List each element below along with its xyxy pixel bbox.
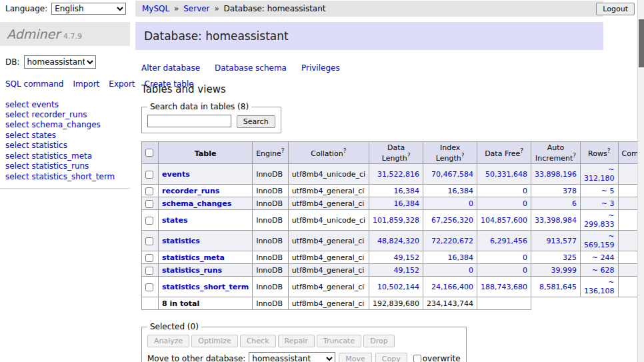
index-length-link[interactable]: 16,384 — [448, 187, 474, 195]
search-legend: Search data in tables (8) — [147, 102, 251, 111]
auto-increment-link[interactable]: 378 — [563, 187, 577, 195]
selected-action-button[interactable]: Check — [240, 335, 276, 347]
total-engine: InnoDB — [253, 297, 288, 310]
sidebar-action-link[interactable]: SQL command — [5, 79, 63, 89]
data-length-link[interactable]: 48,824,320 — [377, 237, 419, 245]
table-name-link[interactable]: statistics_meta — [162, 253, 225, 262]
row-checkbox[interactable] — [145, 283, 153, 291]
breadcrumb-mysql-link[interactable]: MySQL — [142, 4, 169, 13]
select-all-checkbox[interactable] — [145, 149, 153, 157]
logout-button[interactable]: Logout — [596, 3, 635, 15]
collation-cell: utf8mb4_general_ci — [288, 197, 369, 210]
sidebar-table-link[interactable]: select events — [5, 100, 130, 110]
data-free-link[interactable]: 0 — [523, 187, 527, 195]
data-length-link[interactable]: 31,522,816 — [377, 170, 419, 179]
data-length-link[interactable]: 49,152 — [394, 253, 420, 262]
row-checkbox[interactable] — [145, 217, 153, 225]
auto-increment-link[interactable]: 325 — [563, 253, 577, 262]
rows-count-link[interactable]: ~ 244 — [592, 253, 615, 262]
rows-count-link[interactable]: ~ 299,833 — [584, 211, 615, 229]
sidebar-table-link[interactable]: select statistics_short_term — [5, 172, 130, 182]
table-name-link[interactable]: statistics_runs — [162, 266, 222, 275]
index-length-link[interactable]: 0 — [469, 266, 473, 275]
search-button[interactable]: Search — [237, 115, 275, 128]
data-free-link[interactable]: 0 — [523, 253, 527, 262]
auto-increment-link[interactable]: 913,577 — [547, 237, 577, 245]
data-free-link[interactable]: 0 — [523, 266, 527, 275]
breadcrumb-separator: » — [174, 4, 179, 13]
database-action-link[interactable]: Database schema — [215, 63, 287, 73]
search-input[interactable] — [147, 115, 231, 127]
database-action-link[interactable]: Privileges — [301, 63, 340, 73]
data-length-link[interactable]: 10,502,144 — [377, 283, 419, 291]
table-name-link[interactable]: statistics_short_term — [162, 283, 249, 291]
rows-count-link[interactable]: ~ 628 — [592, 266, 615, 275]
rows-count-link[interactable]: ~ 312,180 — [584, 165, 615, 183]
selected-action-button[interactable]: Drop — [363, 335, 394, 347]
data-free-link[interactable]: 6,291,456 — [490, 237, 527, 245]
index-length-link[interactable]: 16,384 — [448, 253, 474, 262]
index-length-link[interactable]: 0 — [469, 199, 473, 208]
rows-count-link[interactable]: ~ 569,159 — [584, 232, 615, 249]
rows-count-link[interactable]: ~ 3 — [601, 199, 615, 208]
sidebar-table-link[interactable]: select statistics_meta — [5, 151, 130, 161]
db-label: DB: — [5, 57, 20, 67]
table-name-link[interactable]: events — [162, 170, 190, 179]
sidebar-table-link[interactable]: select states — [5, 131, 130, 141]
auto-increment-link[interactable]: 8,581,645 — [539, 283, 577, 291]
index-length-link[interactable]: 70,467,584 — [431, 170, 473, 179]
auto-increment-link[interactable]: 33,898,196 — [535, 170, 577, 179]
table-name-link[interactable]: schema_changes — [162, 199, 231, 208]
sidebar-action-link[interactable]: Import — [73, 79, 99, 89]
sidebar-table-link[interactable]: select schema_changes — [5, 120, 130, 130]
table-name-link[interactable]: states — [162, 216, 188, 225]
sidebar-table-link[interactable]: select statistics_runs — [5, 161, 130, 171]
move-database-select[interactable]: homeassistant — [249, 352, 335, 362]
index-length-link[interactable]: 72,220,672 — [431, 237, 473, 245]
data-free-link[interactable]: 50,331,648 — [485, 170, 527, 179]
index-length-link[interactable]: 24,166,400 — [431, 283, 473, 291]
table-name-link[interactable]: recorder_runs — [162, 187, 219, 195]
scrollbar-thumb[interactable] — [639, 19, 644, 67]
rows-count-link[interactable]: ~ 5 — [601, 187, 615, 195]
sidebar-action-link[interactable]: Export — [109, 79, 135, 89]
selected-action-button[interactable]: Optimize — [191, 335, 237, 347]
row-checkbox[interactable] — [145, 254, 153, 262]
data-free-link[interactable]: 104,857,600 — [481, 216, 527, 225]
db-select[interactable]: homeassistant — [24, 55, 96, 69]
data-length-link[interactable]: 16,384 — [394, 187, 420, 195]
selected-action-button[interactable]: Repair — [278, 335, 315, 347]
sidebar-table-list: select eventsselect recorder_runsselect … — [0, 100, 130, 189]
rows-count-link[interactable]: ~ 136,108 — [584, 278, 615, 295]
breadcrumb-server-link[interactable]: Server — [183, 4, 209, 13]
database-action-link[interactable]: Alter database — [141, 63, 200, 73]
row-checkbox[interactable] — [145, 237, 153, 245]
row-checkbox[interactable] — [145, 267, 153, 275]
index-length-link[interactable]: 67,256,320 — [431, 216, 473, 225]
data-length-link[interactable]: 16,384 — [394, 199, 420, 208]
row-checkbox[interactable] — [145, 171, 153, 179]
move-button[interactable]: Move — [339, 353, 372, 362]
language-area: Language: English — [0, 0, 135, 15]
data-length-link[interactable]: 49,152 — [394, 266, 420, 275]
auto-increment-link[interactable]: 6 — [572, 199, 577, 208]
data-length-link[interactable]: 101,859,328 — [373, 216, 419, 225]
data-free-link[interactable]: 188,743,680 — [481, 283, 527, 291]
table-header-row: TableEngine?Collation?Data Length?Index … — [142, 141, 644, 164]
auto-increment-link[interactable]: 33,398,984 — [535, 216, 577, 225]
data-free-link[interactable]: 0 — [523, 199, 527, 208]
sidebar-table-link[interactable]: select statistics — [5, 141, 130, 151]
table-name-link[interactable]: statistics — [162, 237, 200, 245]
auto-increment-link[interactable]: 39,999 — [551, 266, 577, 275]
selected-action-button[interactable]: Analyze — [147, 335, 189, 347]
table-row: states InnoDB utf8mb4_unicode_ci 101,859… — [142, 210, 644, 231]
selected-action-button[interactable]: Truncate — [317, 335, 361, 347]
row-checkbox[interactable] — [145, 200, 153, 208]
overwrite-label: overwrite — [423, 354, 461, 362]
copy-button[interactable]: Copy — [375, 353, 407, 362]
language-select[interactable]: English — [51, 3, 126, 15]
overwrite-checkbox[interactable] — [413, 355, 421, 362]
vertical-scrollbar[interactable] — [637, 0, 644, 362]
row-checkbox[interactable] — [145, 187, 153, 195]
sidebar-table-link[interactable]: select recorder_runs — [5, 110, 130, 120]
